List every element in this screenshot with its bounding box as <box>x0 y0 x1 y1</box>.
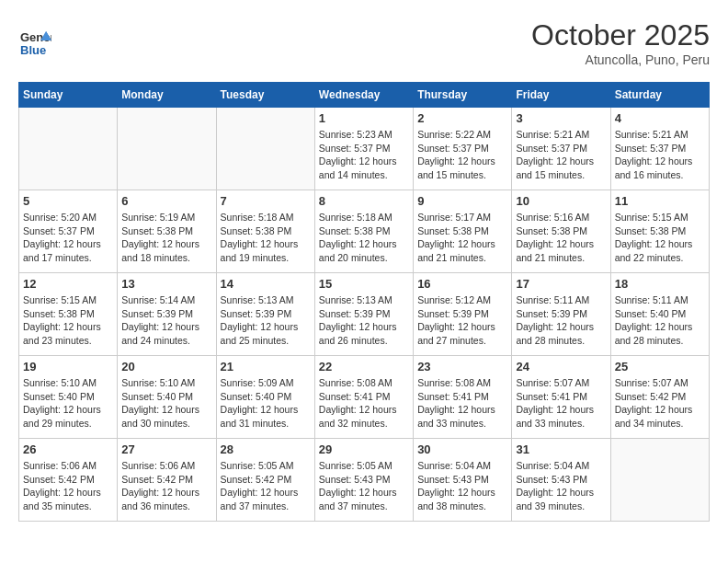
calendar-cell: 8Sunrise: 5:18 AM Sunset: 5:38 PM Daylig… <box>314 190 413 273</box>
day-number: 5 <box>23 194 113 208</box>
calendar-cell <box>610 439 709 522</box>
calendar-cell <box>118 108 216 190</box>
day-info: Sunrise: 5:04 AM Sunset: 5:43 PM Dayligh… <box>516 459 606 513</box>
day-number: 11 <box>615 194 705 208</box>
logo: General Blue <box>18 27 51 60</box>
calendar-cell: 18Sunrise: 5:11 AM Sunset: 5:40 PM Dayli… <box>610 273 709 356</box>
day-number: 14 <box>221 277 311 291</box>
day-info: Sunrise: 5:13 AM Sunset: 5:39 PM Dayligh… <box>221 293 311 348</box>
day-info: Sunrise: 5:21 AM Sunset: 5:37 PM Dayligh… <box>516 128 606 182</box>
day-info: Sunrise: 5:05 AM Sunset: 5:43 PM Dayligh… <box>319 459 409 513</box>
day-info: Sunrise: 5:11 AM Sunset: 5:40 PM Dayligh… <box>615 293 705 348</box>
calendar-cell: 20Sunrise: 5:10 AM Sunset: 5:40 PM Dayli… <box>118 356 216 439</box>
day-info: Sunrise: 5:13 AM Sunset: 5:39 PM Dayligh… <box>319 293 409 348</box>
day-info: Sunrise: 5:23 AM Sunset: 5:37 PM Dayligh… <box>319 128 409 182</box>
day-info: Sunrise: 5:14 AM Sunset: 5:39 PM Dayligh… <box>121 293 211 348</box>
day-info: Sunrise: 5:09 AM Sunset: 5:40 PM Dayligh… <box>221 376 311 431</box>
day-number: 15 <box>319 277 409 291</box>
day-number: 26 <box>23 442 113 456</box>
day-number: 2 <box>417 111 507 125</box>
title-block: October 2025 Atuncolla, Puno, Peru <box>531 18 710 67</box>
day-info: Sunrise: 5:06 AM Sunset: 5:42 PM Dayligh… <box>23 459 113 513</box>
calendar-cell: 14Sunrise: 5:13 AM Sunset: 5:39 PM Dayli… <box>216 273 314 356</box>
day-number: 25 <box>615 360 705 373</box>
day-number: 1 <box>319 111 409 125</box>
month-title: October 2025 <box>531 18 710 52</box>
day-info: Sunrise: 5:05 AM Sunset: 5:42 PM Dayligh… <box>221 459 311 513</box>
day-info: Sunrise: 5:10 AM Sunset: 5:40 PM Dayligh… <box>23 376 113 431</box>
calendar-week-row: 19Sunrise: 5:10 AM Sunset: 5:40 PM Dayli… <box>19 356 710 439</box>
calendar-week-row: 1Sunrise: 5:23 AM Sunset: 5:37 PM Daylig… <box>19 108 710 190</box>
day-number: 17 <box>516 277 606 291</box>
calendar-cell: 19Sunrise: 5:10 AM Sunset: 5:40 PM Dayli… <box>19 356 118 439</box>
calendar-cell: 13Sunrise: 5:14 AM Sunset: 5:39 PM Dayli… <box>118 273 216 356</box>
weekday-header-friday: Friday <box>512 83 610 108</box>
calendar-cell: 21Sunrise: 5:09 AM Sunset: 5:40 PM Dayli… <box>216 356 314 439</box>
calendar-cell: 1Sunrise: 5:23 AM Sunset: 5:37 PM Daylig… <box>314 108 413 190</box>
calendar-cell: 31Sunrise: 5:04 AM Sunset: 5:43 PM Dayli… <box>512 439 610 522</box>
calendar-cell: 22Sunrise: 5:08 AM Sunset: 5:41 PM Dayli… <box>314 356 413 439</box>
day-number: 18 <box>615 277 705 291</box>
weekday-header-row: SundayMondayTuesdayWednesdayThursdayFrid… <box>19 83 710 108</box>
day-number: 10 <box>516 194 606 208</box>
weekday-header-saturday: Saturday <box>610 83 709 108</box>
day-number: 30 <box>417 442 507 456</box>
day-info: Sunrise: 5:08 AM Sunset: 5:41 PM Dayligh… <box>417 376 507 431</box>
day-info: Sunrise: 5:15 AM Sunset: 5:38 PM Dayligh… <box>615 211 705 265</box>
calendar-cell: 27Sunrise: 5:06 AM Sunset: 5:42 PM Dayli… <box>118 439 216 522</box>
day-info: Sunrise: 5:12 AM Sunset: 5:39 PM Dayligh… <box>417 293 507 348</box>
day-info: Sunrise: 5:18 AM Sunset: 5:38 PM Dayligh… <box>221 211 311 265</box>
day-number: 20 <box>121 360 211 373</box>
day-info: Sunrise: 5:11 AM Sunset: 5:39 PM Dayligh… <box>516 293 606 348</box>
calendar-cell: 29Sunrise: 5:05 AM Sunset: 5:43 PM Dayli… <box>314 439 413 522</box>
day-number: 31 <box>516 442 606 456</box>
calendar-cell: 16Sunrise: 5:12 AM Sunset: 5:39 PM Dayli… <box>414 273 512 356</box>
day-number: 9 <box>417 194 507 208</box>
weekday-header-sunday: Sunday <box>19 83 118 108</box>
calendar-week-row: 5Sunrise: 5:20 AM Sunset: 5:37 PM Daylig… <box>19 190 710 273</box>
day-info: Sunrise: 5:22 AM Sunset: 5:37 PM Dayligh… <box>417 128 507 182</box>
day-number: 3 <box>516 111 606 125</box>
day-info: Sunrise: 5:15 AM Sunset: 5:38 PM Dayligh… <box>23 293 113 348</box>
calendar-cell: 24Sunrise: 5:07 AM Sunset: 5:41 PM Dayli… <box>512 356 610 439</box>
day-info: Sunrise: 5:08 AM Sunset: 5:41 PM Dayligh… <box>319 376 409 431</box>
calendar-cell: 26Sunrise: 5:06 AM Sunset: 5:42 PM Dayli… <box>19 439 118 522</box>
day-number: 29 <box>319 442 409 456</box>
logo-icon: General Blue <box>18 27 51 60</box>
day-number: 13 <box>121 277 211 291</box>
day-info: Sunrise: 5:20 AM Sunset: 5:37 PM Dayligh… <box>23 211 113 265</box>
calendar-cell: 4Sunrise: 5:21 AM Sunset: 5:37 PM Daylig… <box>610 108 709 190</box>
day-info: Sunrise: 5:18 AM Sunset: 5:38 PM Dayligh… <box>319 211 409 265</box>
calendar-week-row: 26Sunrise: 5:06 AM Sunset: 5:42 PM Dayli… <box>19 439 710 522</box>
day-number: 6 <box>121 194 211 208</box>
calendar-cell: 30Sunrise: 5:04 AM Sunset: 5:43 PM Dayli… <box>414 439 512 522</box>
day-number: 28 <box>221 442 311 456</box>
calendar-cell <box>19 108 118 190</box>
calendar-cell: 3Sunrise: 5:21 AM Sunset: 5:37 PM Daylig… <box>512 108 610 190</box>
day-info: Sunrise: 5:04 AM Sunset: 5:43 PM Dayligh… <box>417 459 507 513</box>
calendar-cell: 9Sunrise: 5:17 AM Sunset: 5:38 PM Daylig… <box>414 190 512 273</box>
day-number: 23 <box>417 360 507 373</box>
calendar-cell: 15Sunrise: 5:13 AM Sunset: 5:39 PM Dayli… <box>314 273 413 356</box>
day-number: 16 <box>417 277 507 291</box>
day-info: Sunrise: 5:07 AM Sunset: 5:41 PM Dayligh… <box>516 376 606 431</box>
weekday-header-thursday: Thursday <box>414 83 512 108</box>
calendar-week-row: 12Sunrise: 5:15 AM Sunset: 5:38 PM Dayli… <box>19 273 710 356</box>
calendar-cell: 28Sunrise: 5:05 AM Sunset: 5:42 PM Dayli… <box>216 439 314 522</box>
calendar-table: SundayMondayTuesdayWednesdayThursdayFrid… <box>18 82 710 522</box>
calendar-cell: 7Sunrise: 5:18 AM Sunset: 5:38 PM Daylig… <box>216 190 314 273</box>
day-info: Sunrise: 5:17 AM Sunset: 5:38 PM Dayligh… <box>417 211 507 265</box>
day-number: 8 <box>319 194 409 208</box>
day-number: 24 <box>516 360 606 373</box>
calendar-cell: 11Sunrise: 5:15 AM Sunset: 5:38 PM Dayli… <box>610 190 709 273</box>
calendar-cell: 25Sunrise: 5:07 AM Sunset: 5:42 PM Dayli… <box>610 356 709 439</box>
day-info: Sunrise: 5:10 AM Sunset: 5:40 PM Dayligh… <box>121 376 211 431</box>
day-number: 12 <box>23 277 113 291</box>
calendar-cell: 23Sunrise: 5:08 AM Sunset: 5:41 PM Dayli… <box>414 356 512 439</box>
day-info: Sunrise: 5:16 AM Sunset: 5:38 PM Dayligh… <box>516 211 606 265</box>
day-number: 21 <box>221 360 311 373</box>
calendar-cell: 2Sunrise: 5:22 AM Sunset: 5:37 PM Daylig… <box>414 108 512 190</box>
day-number: 19 <box>23 360 113 373</box>
page-header: General Blue October 2025 Atuncolla, Pun… <box>18 18 710 67</box>
calendar-cell: 10Sunrise: 5:16 AM Sunset: 5:38 PM Dayli… <box>512 190 610 273</box>
